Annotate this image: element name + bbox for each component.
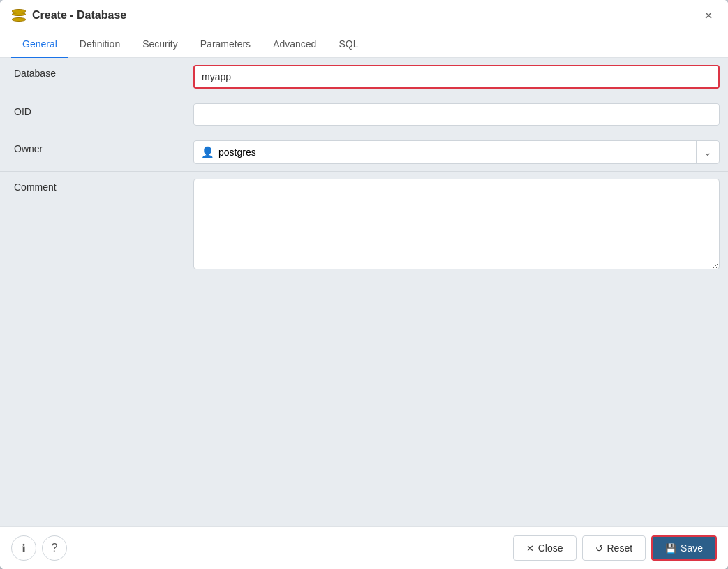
database-input-wrapper (193, 65, 720, 89)
database-label: Database (0, 58, 185, 89)
database-icon (11, 9, 27, 22)
database-input[interactable] (193, 65, 720, 89)
owner-value: postgres (218, 147, 256, 158)
info-button[interactable]: ℹ (11, 535, 36, 561)
tab-advanced[interactable]: Advanced (262, 31, 327, 58)
oid-input-area (185, 96, 728, 133)
comment-row: Comment (0, 172, 728, 279)
close-x-icon: ✕ (526, 543, 534, 554)
tab-definition[interactable]: Definition (68, 31, 131, 58)
save-icon: 💾 (665, 543, 676, 554)
title-bar: Create - Database × (0, 0, 728, 31)
owner-input-area: 👤 postgres ⌄ (185, 133, 728, 171)
user-icon: 👤 (201, 146, 214, 158)
owner-row: Owner 👤 postgres ⌄ (0, 133, 728, 172)
database-row: Database (0, 58, 728, 96)
help-button[interactable]: ? (42, 535, 67, 561)
oid-row: OID (0, 96, 728, 133)
tab-sql[interactable]: SQL (327, 31, 369, 58)
footer: ℹ ? ✕ Close ↺ Reset 💾 Save (0, 526, 728, 569)
dialog-title: Create - Database (32, 9, 126, 22)
tabs-bar: General Definition Security Parameters A… (0, 31, 728, 58)
form-content: Database OID Owner (0, 58, 728, 526)
database-input-area (185, 58, 728, 96)
create-database-dialog: Create - Database × General Definition S… (0, 0, 728, 569)
reset-button[interactable]: ↺ Reset (582, 535, 646, 561)
help-icon: ? (52, 542, 58, 554)
general-form: Database OID Owner (0, 58, 728, 279)
footer-left: ℹ ? (11, 535, 67, 561)
oid-label: OID (0, 96, 185, 127)
owner-select-left: 👤 postgres (194, 141, 696, 163)
comment-input-area (185, 172, 728, 279)
close-label: Close (538, 542, 563, 554)
title-bar-left: Create - Database (11, 9, 126, 22)
comment-label: Comment (0, 172, 185, 202)
comment-textarea[interactable] (193, 179, 720, 269)
reset-label: Reset (607, 542, 633, 554)
owner-dropdown-arrow[interactable]: ⌄ (697, 142, 719, 163)
info-icon: ℹ (22, 542, 26, 555)
tab-general[interactable]: General (11, 31, 68, 58)
close-dialog-button[interactable]: × (700, 7, 717, 24)
tab-parameters[interactable]: Parameters (189, 31, 262, 58)
save-button[interactable]: 💾 Save (651, 535, 717, 561)
footer-right: ✕ Close ↺ Reset 💾 Save (513, 535, 717, 561)
oid-input[interactable] (193, 103, 720, 126)
tab-security[interactable]: Security (131, 31, 189, 58)
close-button[interactable]: ✕ Close (513, 535, 577, 561)
reset-icon: ↺ (595, 543, 603, 554)
save-label: Save (681, 542, 703, 554)
owner-label: Owner (0, 133, 185, 164)
owner-select-wrapper[interactable]: 👤 postgres ⌄ (193, 140, 720, 164)
